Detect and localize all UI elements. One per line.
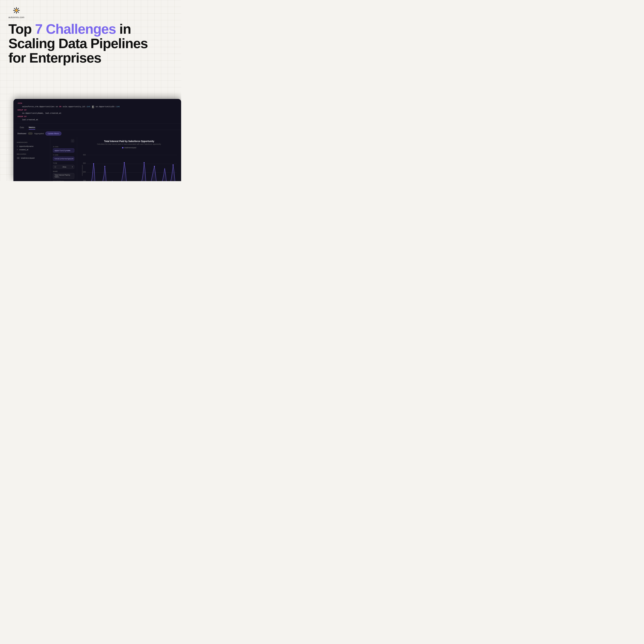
chart-legend: totalinterestpaid	[81, 147, 178, 149]
svg-marker-6	[13, 10, 14, 11]
measure-totalinterestpaid[interactable]: AB totalinterestpaid	[17, 156, 47, 160]
code-orderby-keyword: ORDER BY	[17, 115, 27, 118]
type-select[interactable]: ⬡ Area ▾	[53, 165, 74, 169]
legend-label: totalinterestpaid	[124, 147, 136, 149]
dimension-createdat-label: created_at	[19, 149, 28, 151]
metrics-controls: Distributed Aggregated Update Metric	[13, 130, 181, 137]
code-groupby-keyword: GROUP BY	[17, 109, 27, 111]
code-section: JOIN salesforce_crm.Opportunities so ON …	[13, 99, 181, 124]
name-input[interactable]: Total Interest Paid by Sales...	[53, 173, 74, 179]
chart-dot	[93, 163, 94, 164]
area-chart-icon: ⬡	[55, 166, 56, 168]
chart-dot	[173, 164, 174, 166]
x-axis-label: X-AXIS	[53, 146, 74, 148]
legend-dot	[122, 147, 123, 148]
code-orderby-field: lad.created_at	[22, 119, 38, 121]
dimension-hash-icon-1: #	[17, 145, 18, 147]
code-join-keyword: JOIN	[17, 102, 22, 104]
svg-marker-7	[18, 10, 19, 11]
type-value: Area	[63, 166, 66, 168]
code-on-keyword: ON	[59, 105, 61, 108]
type-dropdown-chevron: ▾	[72, 166, 73, 168]
main-panel: JOIN salesforce_crm.Opportunities so ON …	[13, 99, 181, 181]
dimension-opportunityname[interactable]: # opportunityname	[17, 145, 47, 148]
dimension-opportunityname-label: opportunityname	[19, 145, 34, 147]
svg-text:300: 300	[83, 162, 86, 164]
headline-prefix: Top	[8, 21, 35, 37]
code-groupby-fields: so.OpportunityName, lad.created_at	[22, 112, 62, 114]
measure-totalinterestpaid-label: totalinterestpaid	[21, 157, 35, 159]
headline-block: Top 7 Challenges in Scaling Data Pipelin…	[8, 22, 173, 65]
chart-dot	[124, 162, 125, 163]
y-axis-clear-button[interactable]: ×	[72, 158, 73, 160]
left-sidebar: DIMENSIONS # opportunityname # created_a…	[13, 137, 50, 181]
code-join-table: salesforce_crm.Opportunities so	[22, 105, 59, 108]
update-metric-button[interactable]: Update Metric	[45, 131, 61, 136]
aggregated-label: Aggregated	[34, 132, 44, 135]
headline-text: Top 7 Challenges in Scaling Data Pipelin…	[8, 22, 173, 65]
distributed-label: Distributed	[17, 132, 26, 135]
dimension-created-at[interactable]: # created_at	[17, 148, 47, 151]
config-panel: ‹ X-AXIS opportunityname Y-AXIS totalint…	[50, 137, 77, 181]
chart-dot	[104, 166, 105, 167]
distributed-aggregated-toggle[interactable]	[28, 132, 33, 135]
headline-in: in	[116, 21, 131, 37]
y-axis-input[interactable]: totalinterestpaid ×	[53, 157, 74, 161]
y-axis-label: Y-AXIS	[53, 154, 74, 156]
chart-svg: 400 300 200 100 0 totalinterestpaid	[81, 151, 178, 181]
svg-text:200: 200	[83, 171, 86, 173]
x-axis-input[interactable]: opportunityname	[53, 148, 74, 152]
type-label: TYPE	[53, 162, 74, 164]
name-label: NAME	[53, 171, 74, 172]
svg-marker-5	[16, 12, 17, 13]
chart-dot	[154, 166, 155, 167]
chart-title: Total Interest Paid by Salesforce Opport…	[81, 140, 178, 143]
collapse-button[interactable]: ‹	[71, 139, 74, 143]
tab-data[interactable]: Data	[17, 125, 26, 130]
dimension-hash-icon-2: #	[17, 149, 18, 151]
chart-subtitle: Calculates the total interest paid on lo…	[81, 143, 178, 145]
measures-label: MEASURES	[17, 153, 47, 155]
chart-container: 400 300 200 100 0 totalinterestpaid	[81, 151, 178, 181]
measure-ab-icon: AB	[17, 157, 20, 159]
content-layout: DIMENSIONS # opportunityname # created_a…	[13, 137, 181, 181]
logo-area: autonmis.com	[8, 6, 24, 19]
svg-text:100: 100	[83, 180, 86, 181]
headline-highlight: 7 Challenges	[35, 21, 116, 37]
headline-line2: Scaling Data Pipelines	[8, 36, 148, 51]
svg-marker-4	[16, 7, 17, 8]
chart-area: Total Interest Paid by Salesforce Opport…	[77, 137, 181, 181]
description-label: DESCRIPTION	[53, 180, 74, 181]
logo-text: autonmis.com	[8, 16, 24, 19]
chart-dot	[144, 162, 145, 163]
tab-metrics[interactable]: Metrics	[26, 125, 38, 130]
svg-text:totalinterestpaid: totalinterestpaid	[82, 165, 83, 176]
svg-text:400: 400	[83, 154, 86, 156]
headline-line3: for Enterprises	[8, 50, 101, 65]
autonmis-logo-icon	[12, 6, 21, 15]
code-join-condition: sola.opportunity_id::int ▌ so.Opportunit…	[61, 105, 120, 108]
dimensions-label: DIMENSIONS	[17, 142, 47, 143]
tab-bar: Data Metrics	[13, 124, 181, 130]
